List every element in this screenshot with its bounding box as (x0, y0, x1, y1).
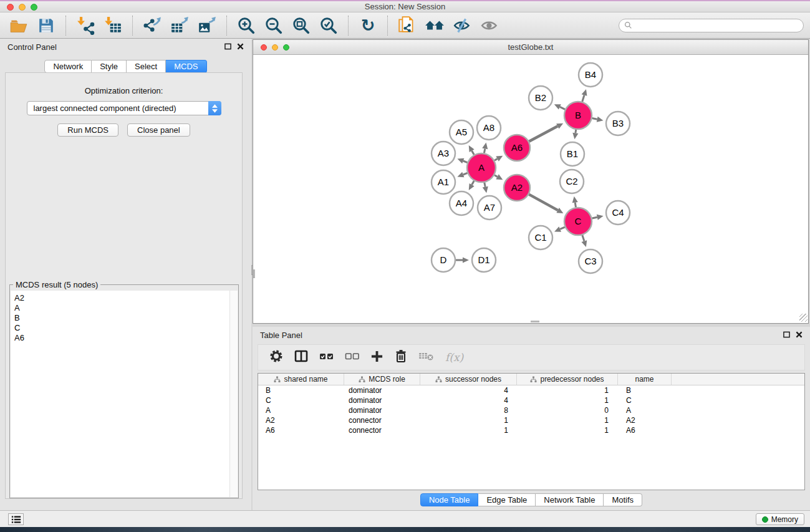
tab-style[interactable]: Style (92, 60, 127, 73)
select-all-checkboxes-icon[interactable] (319, 349, 334, 365)
show-columns-icon[interactable] (294, 349, 309, 365)
table-row[interactable]: A6connector11A6 (258, 425, 804, 435)
table-cell[interactable]: 1 (517, 426, 618, 435)
first-neighbors-icon[interactable] (424, 15, 445, 36)
table-row[interactable]: Cdominator41C (258, 395, 804, 405)
column-header-mcds-role[interactable]: MCDS role (344, 374, 420, 385)
refresh-view-icon[interactable]: ↻ (357, 15, 378, 36)
close-panel-icon[interactable] (237, 43, 244, 50)
tab-select[interactable]: Select (127, 60, 166, 73)
table-cell[interactable]: A (618, 406, 672, 415)
export-network-icon[interactable] (142, 15, 163, 36)
canvas-vertical-scroll-hint[interactable] (253, 269, 255, 278)
table-cell[interactable]: dominator (344, 406, 420, 415)
table-row[interactable]: Bdominator41B (258, 385, 804, 395)
table-cell[interactable]: 1 (420, 426, 517, 435)
close-panel-icon[interactable] (796, 331, 803, 338)
memory-button[interactable]: Memory (756, 513, 804, 525)
table-cell[interactable]: B (618, 386, 672, 395)
zoom-out-icon[interactable] (263, 15, 284, 36)
table-cell[interactable]: dominator (344, 386, 420, 395)
tab-network-table[interactable]: Network Table (536, 493, 604, 506)
table-cell[interactable]: A2 (258, 416, 344, 425)
mcds-result-item[interactable]: A (14, 303, 229, 313)
tab-node-table[interactable]: Node Table (420, 493, 479, 506)
float-panel-icon[interactable] (783, 331, 790, 338)
save-session-icon[interactable] (36, 15, 57, 36)
task-history-button[interactable] (8, 513, 24, 525)
graph-edge[interactable] (485, 183, 485, 187)
delete-column-icon[interactable] (394, 349, 408, 365)
table-row[interactable]: Adominator80A (258, 405, 804, 415)
delete-table-icon[interactable] (418, 350, 435, 365)
zoom-selected-icon[interactable] (318, 15, 339, 36)
graph-edge[interactable] (582, 95, 584, 102)
graph-edge[interactable] (592, 118, 597, 120)
column-header-name[interactable]: name (618, 374, 672, 385)
table-cell[interactable]: 4 (420, 386, 517, 395)
graph-edge[interactable] (494, 175, 498, 177)
mcds-result-item[interactable]: A2 (14, 293, 229, 303)
search-box[interactable] (619, 19, 804, 32)
optimization-criterion-select[interactable]: largest connected component (directed) (27, 101, 221, 115)
graph-edge[interactable] (472, 151, 475, 155)
graph-edge[interactable] (529, 195, 557, 211)
table-settings-icon[interactable] (269, 349, 283, 365)
column-header-shared-name[interactable]: shared name (258, 374, 344, 385)
graph-edge[interactable] (529, 126, 557, 141)
result-list-scrollbar[interactable] (229, 291, 238, 497)
table-cell[interactable]: dominator (344, 396, 420, 405)
graph-edge[interactable] (576, 130, 576, 133)
open-file-icon[interactable] (8, 15, 29, 36)
canvas-horizontal-scroll-hint[interactable] (531, 321, 539, 322)
add-column-icon[interactable] (370, 350, 383, 365)
table-cell[interactable]: B (258, 386, 344, 395)
table-cell[interactable]: A (258, 406, 344, 415)
table-cell[interactable]: A2 (618, 416, 672, 425)
new-network-from-selection-icon[interactable] (397, 15, 418, 36)
hide-selected-icon[interactable] (451, 15, 473, 36)
table-row[interactable]: A2connector11A2 (258, 415, 804, 425)
mcds-result-item[interactable]: B (14, 313, 229, 323)
graph-edge[interactable] (463, 161, 468, 163)
mcds-result-item[interactable]: C (14, 323, 229, 333)
network-graph[interactable]: AA1A2A3A4A5A6A7A8BB1B2B3B4CC1C2C3C4DD1 (253, 55, 808, 322)
table-cell[interactable]: 0 (517, 406, 618, 415)
table-cell[interactable]: C (258, 396, 344, 405)
table-cell[interactable]: A6 (618, 426, 672, 435)
graph-edge[interactable] (484, 148, 485, 153)
table-cell[interactable]: 1 (517, 386, 618, 395)
network-window-titlebar[interactable]: testGlobe.txt (253, 40, 808, 55)
run-mcds-button[interactable]: Run MCDS (57, 123, 118, 137)
tab-network[interactable]: Network (44, 60, 92, 73)
table-cell[interactable]: 1 (420, 416, 517, 425)
float-panel-icon[interactable] (224, 43, 231, 50)
table-cell[interactable]: 1 (517, 416, 618, 425)
session-titlebar[interactable]: Session: New Session (0, 1, 810, 12)
zoom-fit-icon[interactable] (291, 15, 312, 36)
graph-edge[interactable] (463, 173, 468, 175)
table-cell[interactable]: 1 (517, 396, 618, 405)
import-table-icon[interactable] (102, 15, 123, 36)
column-header-successor-nodes[interactable]: successor nodes (420, 374, 517, 385)
mcds-result-item[interactable]: A6 (14, 333, 229, 343)
graph-edge[interactable] (560, 227, 565, 229)
graph-edge[interactable] (560, 107, 565, 109)
table-cell[interactable]: connector (344, 416, 420, 425)
graph-edge[interactable] (575, 203, 576, 208)
tab-mcds[interactable]: MCDS (166, 60, 206, 73)
tab-edge-table[interactable]: Edge Table (478, 493, 536, 506)
search-input[interactable] (635, 21, 798, 30)
zoom-in-icon[interactable] (236, 15, 257, 36)
table-cell[interactable]: C (618, 396, 672, 405)
network-canvas[interactable]: AA1A2A3A4A5A6A7A8BB1B2B3B4CC1C2C3C4DD1 (253, 55, 808, 322)
column-header-predecessor-nodes[interactable]: predecessor nodes (517, 374, 618, 385)
table-cell[interactable]: 8 (420, 406, 517, 415)
export-image-icon[interactable] (196, 15, 218, 36)
graph-edge[interactable] (472, 181, 475, 185)
close-panel-button[interactable]: Close panel (127, 123, 190, 137)
import-network-icon[interactable] (75, 15, 96, 36)
unselect-all-checkboxes-icon[interactable] (345, 349, 360, 365)
apply-function-icon[interactable]: f(x) (445, 351, 463, 364)
tab-motifs[interactable]: Motifs (604, 493, 642, 506)
